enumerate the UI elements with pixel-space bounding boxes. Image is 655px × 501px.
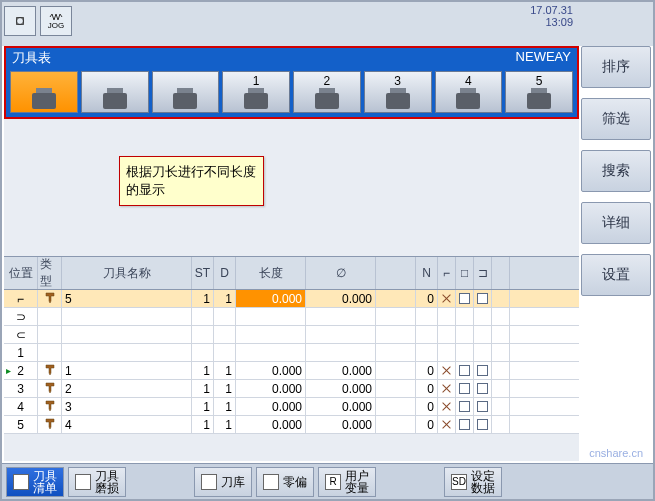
checkbox[interactable] — [459, 293, 470, 304]
settings-button[interactable]: 设置 — [581, 254, 651, 296]
machine-icon[interactable] — [4, 6, 36, 36]
magazine-slots: 12345 — [6, 68, 577, 117]
th-length: 长度 — [236, 257, 306, 289]
bottom-label: 零偏 — [283, 476, 307, 488]
magazine-slot-0[interactable] — [10, 71, 78, 113]
magazine-slot-3[interactable]: 1 — [222, 71, 290, 113]
bottom-label: 刀具清单 — [33, 470, 57, 494]
table-row[interactable]: 32110.0000.0000 — [4, 380, 579, 398]
tool-magazine-bar: 刀具表 NEWEAY 12345 — [4, 46, 579, 119]
th-position: 位置 — [4, 257, 38, 289]
brand-label: NEWEAY — [516, 49, 571, 67]
drill-icon — [44, 417, 56, 432]
jog-mode-icon[interactable]: JOG — [40, 6, 72, 36]
th-icon3: ⊐ — [474, 257, 492, 289]
magazine-slot-4[interactable]: 2 — [293, 71, 361, 113]
drill-icon — [44, 363, 56, 378]
bottom-icon: R — [325, 474, 341, 490]
magazine-slot-5[interactable]: 3 — [364, 71, 432, 113]
filter-button[interactable]: 筛选 — [581, 98, 651, 140]
sort-button[interactable]: 排序 — [581, 46, 651, 88]
time-text: 13:09 — [530, 16, 573, 28]
th-d: D — [214, 257, 236, 289]
bottom-bar: 刀具清单刀具磨损刀库零偏R用户变量SD设定数据 — [2, 463, 653, 499]
drill-icon — [44, 291, 56, 306]
right-sidebar: 排序 筛选 搜索 详细 设置 — [581, 46, 651, 296]
th-icon4 — [492, 257, 510, 289]
x-icon — [441, 365, 452, 376]
drill-icon — [44, 399, 56, 414]
search-button[interactable]: 搜索 — [581, 150, 651, 192]
magazine-slot-2[interactable] — [152, 71, 220, 113]
bottom-icon — [263, 474, 279, 490]
th-icon1: ⌐ — [438, 257, 456, 289]
table-row[interactable]: 54110.0000.0000 — [4, 416, 579, 434]
main-area: 刀具表 NEWEAY 12345 根据刀长进行不同长度的显示 位置 类型 刀具名… — [4, 46, 579, 461]
bottom-icon — [75, 474, 91, 490]
th-st: ST — [192, 257, 214, 289]
watermark: cnshare.cn — [589, 447, 643, 459]
x-icon — [441, 419, 452, 430]
x-icon — [441, 401, 452, 412]
th-type: 类型 — [38, 257, 62, 289]
checkbox[interactable] — [477, 383, 488, 394]
bottom-btn-4[interactable]: R用户变量 — [318, 467, 376, 497]
checkbox[interactable] — [459, 365, 470, 376]
bottom-label: 用户变量 — [345, 470, 369, 494]
drill-icon — [44, 381, 56, 396]
detail-button[interactable]: 详细 — [581, 202, 651, 244]
th-icon2: □ — [456, 257, 474, 289]
magazine-slot-7[interactable]: 5 — [505, 71, 573, 113]
bottom-icon — [13, 474, 29, 490]
bottom-icon — [201, 474, 217, 490]
checkbox[interactable] — [459, 419, 470, 430]
checkbox[interactable] — [459, 401, 470, 412]
table-row[interactable]: ⌐5110.0000.0000 — [4, 290, 579, 308]
top-bar: JOG 17.07.31 13:09 — [2, 2, 653, 46]
bottom-btn-0[interactable]: 刀具清单 — [6, 467, 64, 497]
table-row[interactable]: 1 — [4, 344, 579, 362]
checkbox[interactable] — [477, 365, 488, 376]
x-icon — [441, 293, 452, 304]
th-n: N — [416, 257, 438, 289]
svg-point-0 — [17, 18, 24, 25]
table-header: 位置 类型 刀具名称 ST D 长度 ∅ N ⌐ □ ⊐ — [4, 256, 579, 290]
table-body: ⌐5110.0000.0000⊃⊂121110.0000.000032110.0… — [4, 290, 579, 434]
checkbox[interactable] — [477, 419, 488, 430]
th-gap — [376, 257, 416, 289]
date-text: 17.07.31 — [530, 4, 573, 16]
magazine-slot-6[interactable]: 4 — [435, 71, 503, 113]
table-row[interactable]: 43110.0000.0000 — [4, 398, 579, 416]
bottom-btn-5[interactable]: SD设定数据 — [444, 467, 502, 497]
tool-table: 位置 类型 刀具名称 ST D 长度 ∅ N ⌐ □ ⊐ ⌐5110.0000.… — [4, 256, 579, 434]
bottom-btn-3[interactable]: 零偏 — [256, 467, 314, 497]
magazine-title: 刀具表 — [12, 49, 51, 67]
bottom-btn-1[interactable]: 刀具磨损 — [68, 467, 126, 497]
bottom-label: 刀库 — [221, 476, 245, 488]
table-row[interactable]: 21110.0000.0000 — [4, 362, 579, 380]
table-row[interactable]: ⊃ — [4, 308, 579, 326]
checkbox[interactable] — [459, 383, 470, 394]
magazine-slot-1[interactable] — [81, 71, 149, 113]
jog-label: JOG — [48, 21, 64, 30]
datetime: 17.07.31 13:09 — [530, 4, 573, 28]
bottom-icon: SD — [451, 474, 467, 490]
checkbox[interactable] — [477, 401, 488, 412]
bottom-label: 刀具磨损 — [95, 470, 119, 494]
callout-note: 根据刀长进行不同长度的显示 — [119, 156, 264, 206]
th-name: 刀具名称 — [62, 257, 192, 289]
checkbox[interactable] — [477, 293, 488, 304]
bottom-btn-2[interactable]: 刀库 — [194, 467, 252, 497]
x-icon — [441, 383, 452, 394]
bottom-label: 设定数据 — [471, 470, 495, 494]
table-row[interactable]: ⊂ — [4, 326, 579, 344]
th-diameter: ∅ — [306, 257, 376, 289]
